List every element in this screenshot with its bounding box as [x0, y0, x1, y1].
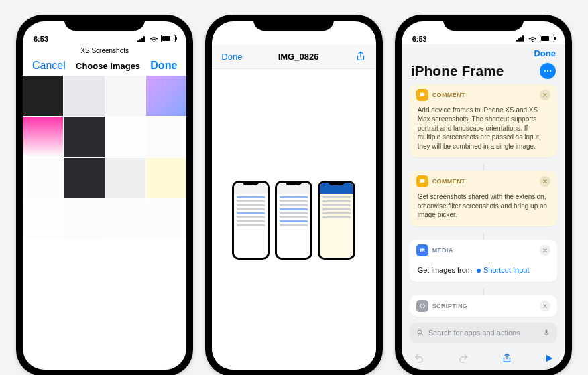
comment-icon: [416, 89, 428, 101]
preview-nav: Done IMG_0826: [212, 44, 375, 69]
search-field[interactable]: Search for apps and actions: [410, 323, 557, 343]
play-icon: [544, 353, 554, 364]
close-icon: [542, 303, 548, 309]
svg-point-1: [547, 70, 548, 72]
photo-thumb[interactable]: [105, 117, 145, 157]
close-icon: [542, 248, 548, 253]
editor-nav: Done: [402, 44, 565, 63]
wifi-icon: [150, 34, 158, 43]
photo-grid[interactable]: [23, 76, 186, 239]
preview-canvas[interactable]: [212, 69, 375, 370]
mic-icon[interactable]: [542, 328, 550, 338]
battery-icon: [540, 35, 554, 42]
status-time: 6:53: [34, 35, 48, 43]
share-shortcut-button[interactable]: [501, 352, 513, 364]
svg-point-0: [544, 70, 546, 72]
screen-shortcut-editor: 6:53 Done iPhone Frame: [402, 21, 565, 370]
variable-dot-icon: [477, 269, 481, 273]
photo-thumb[interactable]: [23, 199, 63, 239]
search-placeholder: Search for apps and actions: [428, 329, 538, 337]
photo-thumb[interactable]: [23, 158, 63, 198]
more-icon: [543, 66, 552, 76]
photo-thumb[interactable]: [64, 158, 104, 198]
variable-token[interactable]: Shortcut Input: [483, 266, 530, 274]
action-label: SCRIPTING: [432, 303, 468, 309]
photo-thumb[interactable]: [64, 117, 104, 157]
action-label: MEDIA: [432, 247, 453, 254]
svg-point-4: [421, 250, 422, 250]
search-icon: [416, 329, 424, 337]
photo-thumb[interactable]: [23, 76, 63, 116]
wifi-icon: [528, 34, 537, 43]
picker-title: Choose Images: [76, 61, 140, 71]
redo-icon: [457, 353, 470, 364]
comment-action-card[interactable]: COMMENT Add device frames to iPhone XS a…: [410, 84, 557, 158]
done-button[interactable]: Done: [221, 52, 242, 62]
photo-thumb[interactable]: [146, 76, 186, 116]
undo-icon: [412, 353, 426, 364]
action-label: COMMENT: [432, 178, 465, 185]
delete-action-button[interactable]: [540, 176, 550, 187]
shortcut-title: iPhone Frame: [411, 63, 504, 79]
status-time: 6:53: [412, 35, 427, 43]
photo-thumb[interactable]: [64, 199, 104, 239]
share-button[interactable]: [355, 50, 367, 62]
screen-preview: .. Done IMG_0826: [212, 21, 375, 370]
photo-thumb[interactable]: [105, 199, 145, 239]
photo-thumb[interactable]: [23, 117, 63, 157]
close-icon: [542, 179, 548, 184]
cancel-button[interactable]: Cancel: [32, 60, 66, 72]
share-icon: [355, 50, 367, 62]
done-button[interactable]: Done: [150, 60, 177, 72]
redo-button[interactable]: [457, 353, 470, 364]
comment-text[interactable]: Add device frames to iPhone XS and XS Ma…: [410, 106, 557, 158]
album-name: XS Screenshots: [23, 47, 186, 54]
svg-point-2: [550, 70, 551, 72]
editor-toolbar: [402, 347, 565, 370]
notch: [253, 15, 334, 31]
flow-connector: [410, 289, 557, 295]
media-icon: [416, 244, 428, 256]
mini-phone: [318, 181, 355, 260]
mini-phone: [275, 181, 312, 260]
cellular-icon: [137, 35, 147, 42]
scripting-icon: [416, 300, 428, 312]
picker-header: Cancel Choose Images Done: [23, 56, 186, 76]
cellular-icon: [516, 35, 526, 42]
flow-connector: [410, 164, 557, 171]
share-icon: [501, 352, 513, 364]
photo-thumb[interactable]: [146, 117, 186, 157]
svg-rect-6: [545, 330, 547, 334]
close-icon: [542, 92, 548, 98]
screen-choose-images: 6:53 XS Screenshots Cancel Choose Images…: [23, 21, 186, 370]
photo-thumb[interactable]: [105, 158, 145, 198]
delete-action-button[interactable]: [540, 301, 550, 311]
action-description: Get images from Shortcut Input: [410, 261, 557, 282]
photo-thumb[interactable]: [64, 76, 104, 116]
comment-action-card[interactable]: COMMENT Get screenshots shared with the …: [410, 171, 557, 226]
svg-point-5: [418, 330, 422, 334]
scripting-action-card[interactable]: SCRIPTING: [410, 295, 557, 317]
run-button[interactable]: [544, 353, 554, 364]
phone-mockup-3: 6:53 Done iPhone Frame: [395, 15, 572, 375]
mini-phone: [232, 181, 270, 260]
photo-thumb[interactable]: [146, 199, 186, 239]
phone-mockup-1: 6:53 XS Screenshots Cancel Choose Images…: [16, 15, 193, 375]
comment-text[interactable]: Get screenshots shared with the extensio…: [410, 192, 557, 226]
comment-icon: [416, 175, 428, 188]
photo-thumb[interactable]: [105, 76, 145, 116]
flow-connector: [410, 233, 557, 240]
battery-icon: [161, 35, 176, 42]
delete-action-button[interactable]: [540, 90, 550, 100]
preview-filename: IMG_0826: [278, 52, 319, 62]
undo-button[interactable]: [412, 353, 426, 364]
done-button[interactable]: Done: [534, 48, 556, 58]
notch: [64, 15, 145, 31]
status-indicators: [516, 34, 554, 43]
delete-action-button[interactable]: [540, 245, 550, 256]
settings-button[interactable]: [540, 63, 556, 79]
notch: [443, 15, 524, 31]
phone-mockup-2: .. Done IMG_0826: [205, 15, 382, 375]
media-action-card[interactable]: MEDIA Get images from Shortcut Input: [410, 240, 557, 282]
photo-thumb[interactable]: [146, 158, 186, 198]
